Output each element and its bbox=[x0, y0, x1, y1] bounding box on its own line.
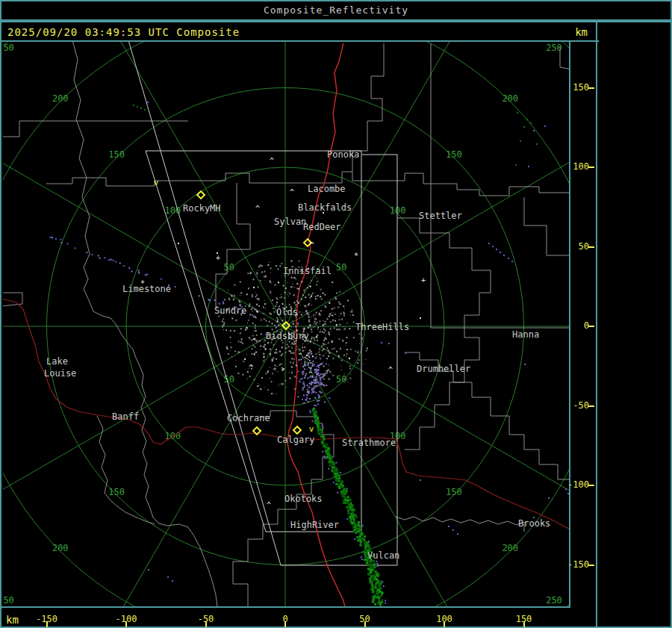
city-label-didsbury: Didsbury bbox=[266, 331, 309, 341]
svg-text:50: 50 bbox=[336, 262, 346, 273]
y-axis-unit-label: km bbox=[550, 26, 588, 38]
svg-text:^: ^ bbox=[310, 241, 314, 249]
svg-text:100: 100 bbox=[390, 205, 406, 216]
city-label-sundre: Sundre bbox=[214, 305, 246, 316]
y-tick bbox=[588, 405, 594, 407]
city-label-stettler: Stettler bbox=[419, 211, 462, 221]
city-label-drumheller: Drumheller bbox=[417, 364, 470, 374]
city-label-hanna: Hanna bbox=[512, 329, 539, 340]
window-title: Composite_Reflectivity bbox=[0, 0, 672, 21]
city-label-highriver: HighRiver bbox=[290, 520, 339, 530]
svg-text:200: 200 bbox=[502, 543, 518, 553]
svg-text:200: 200 bbox=[502, 93, 518, 104]
x-axis-unit-label: km bbox=[6, 614, 19, 626]
svg-text:*: * bbox=[354, 252, 358, 260]
radar-display-frame: 2025/09/20 03:49:53 UTC Composite km 501… bbox=[0, 21, 672, 628]
svg-text:200: 200 bbox=[52, 543, 69, 553]
y-tick-label: -100 bbox=[567, 479, 589, 490]
svg-text:150: 150 bbox=[446, 487, 462, 497]
svg-text:250: 250 bbox=[3, 43, 14, 53]
x-tick bbox=[523, 621, 525, 627]
timestamp-label: 2025/09/20 03:49:53 UTC Composite bbox=[7, 26, 240, 38]
city-label-lake: Lake bbox=[46, 356, 68, 367]
city-label-blackfalds: Blackfalds bbox=[298, 202, 352, 213]
svg-text:v: v bbox=[309, 424, 314, 434]
svg-text:+: + bbox=[216, 254, 220, 262]
svg-text:^: ^ bbox=[249, 364, 253, 372]
city-label-okotoks: Okotoks bbox=[284, 494, 323, 504]
radar-map-canvas[interactable]: 5010015020025050100150200250501001502002… bbox=[3, 42, 569, 606]
y-tick bbox=[588, 326, 594, 327]
city-label-reddeer: RedDeer bbox=[303, 222, 341, 232]
city-label-louise: Louise bbox=[44, 368, 76, 379]
map-border bbox=[1, 606, 570, 608]
y-tick-label: 0 bbox=[567, 320, 589, 331]
legend-panel: dBZ 807065605754514845423936333020100-10… bbox=[599, 22, 671, 627]
y-tick-label: 150 bbox=[567, 82, 589, 93]
y-tick bbox=[588, 485, 594, 486]
range-ring-labels: 5010015020025050100150200250501001502002… bbox=[3, 43, 562, 606]
x-tick bbox=[364, 621, 366, 627]
city-label-brooks: Brooks bbox=[518, 518, 550, 529]
svg-text:^: ^ bbox=[255, 205, 260, 213]
x-tick bbox=[125, 621, 127, 627]
svg-text:50: 50 bbox=[223, 374, 234, 385]
municipal-boundaries bbox=[3, 42, 569, 606]
city-label-vulcan: Vulcan bbox=[367, 550, 399, 561]
city-label-banff: Banff bbox=[112, 411, 139, 422]
svg-text:100: 100 bbox=[165, 205, 181, 216]
city-label-threehills: ThreeHills bbox=[355, 322, 409, 332]
city-label-ponoka: Ponoka bbox=[327, 149, 359, 160]
city-label-strathmore: Strathmore bbox=[342, 438, 396, 448]
svg-text:+: + bbox=[421, 276, 426, 285]
svg-text:250: 250 bbox=[546, 595, 562, 606]
svg-text:50: 50 bbox=[223, 262, 234, 273]
svg-text:150: 150 bbox=[446, 149, 462, 160]
city-label-rockymh: RockyMH bbox=[183, 203, 221, 214]
svg-text:150: 150 bbox=[108, 149, 125, 160]
divider bbox=[596, 22, 597, 627]
y-tick-label: 50 bbox=[567, 241, 589, 252]
city-label-innisfail: Innisfail bbox=[283, 266, 332, 276]
svg-text:^: ^ bbox=[290, 188, 294, 196]
y-tick-label: -50 bbox=[567, 400, 589, 411]
svg-text:200: 200 bbox=[52, 93, 69, 104]
light-precip-patch bbox=[298, 352, 331, 413]
city-label-limestone: Limestone bbox=[122, 284, 171, 294]
city-labels: PonokaLacombeBlackfaldsSylvanRedDeerInni… bbox=[44, 149, 550, 561]
y-tick bbox=[588, 167, 594, 168]
svg-text:^: ^ bbox=[388, 366, 393, 374]
svg-text:150: 150 bbox=[108, 487, 125, 497]
city-label-calgary: Calgary bbox=[277, 435, 315, 445]
svg-text:250: 250 bbox=[3, 595, 14, 606]
x-tick bbox=[46, 621, 48, 627]
x-tick bbox=[284, 621, 286, 627]
y-tick-label: 100 bbox=[567, 161, 589, 172]
svg-text:^: ^ bbox=[267, 501, 271, 509]
y-tick-label: -150 bbox=[567, 559, 589, 570]
city-label-sylvan: Sylvan bbox=[274, 217, 306, 227]
svg-text:^: ^ bbox=[270, 157, 274, 165]
y-tick bbox=[588, 565, 594, 566]
city-label-lacombe: Lacombe bbox=[308, 184, 346, 194]
coverage-outlines bbox=[128, 42, 397, 565]
y-tick bbox=[588, 87, 594, 89]
svg-text:v: v bbox=[154, 178, 159, 187]
city-label-cochrane: Cochrane bbox=[227, 413, 270, 423]
x-tick bbox=[444, 621, 445, 627]
x-tick bbox=[205, 621, 207, 627]
city-label-olds: Olds bbox=[276, 307, 298, 317]
y-tick bbox=[588, 246, 594, 248]
